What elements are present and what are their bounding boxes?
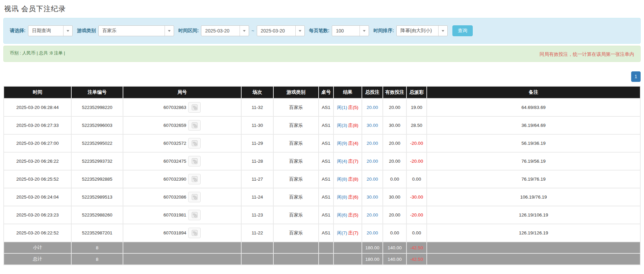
result-player: 闲(3) bbox=[337, 123, 347, 128]
result-banker: 庄(7) bbox=[348, 159, 358, 164]
time-sort-label: 时间排序: bbox=[373, 28, 394, 34]
subtotal-empty-cell-result bbox=[333, 242, 362, 253]
cell-session: 11-28 bbox=[241, 152, 273, 170]
total-count: 8 bbox=[71, 253, 123, 265]
replay-video-icon[interactable] bbox=[188, 228, 201, 238]
cell-time: 2025-03-20 06:27:00 bbox=[4, 134, 71, 152]
result-player: 闲(1) bbox=[337, 105, 347, 110]
round-id-text: 607032863 bbox=[164, 105, 187, 110]
cell-payout: -20.00 bbox=[406, 134, 427, 152]
col-round-id: 局号 bbox=[123, 86, 241, 98]
cell-total-bet[interactable]: 20.00 bbox=[362, 98, 383, 116]
subtotal-count: 8 bbox=[71, 242, 123, 253]
cell-payout: 19.00 bbox=[406, 98, 427, 116]
subtotal-empty-cell-table-no bbox=[319, 242, 333, 253]
cell-time: 2025-03-20 06:24:04 bbox=[4, 188, 71, 206]
result-banker: 庄(8) bbox=[348, 177, 358, 182]
cell-total-bet[interactable]: 20.00 bbox=[362, 224, 383, 242]
date-range-separator: ~ bbox=[251, 28, 254, 33]
cell-session: 11-32 bbox=[241, 98, 273, 116]
cell-payout: -20.00 bbox=[406, 152, 427, 170]
query-type-select[interactable]: 日期查询 bbox=[28, 25, 73, 36]
cell-total-bet[interactable]: 20.00 bbox=[362, 206, 383, 224]
table-row: 2025-03-20 06:27:00522352995022607032572… bbox=[4, 134, 640, 152]
table-row: 2025-03-20 06:22:52522352987201607031894… bbox=[4, 224, 640, 242]
cell-result: 闲(6)庄(5) bbox=[333, 206, 362, 224]
cell-total-bet[interactable]: 30.00 bbox=[362, 116, 383, 134]
cell-total-bet[interactable]: 30.00 bbox=[362, 188, 383, 206]
replay-video-icon[interactable] bbox=[188, 120, 201, 131]
cell-table-no: AS1 bbox=[319, 188, 333, 206]
col-total-bet: 总投注 bbox=[362, 86, 383, 98]
page-size-select[interactable]: 100 bbox=[332, 25, 369, 36]
cell-remark: 126.19/106.19 bbox=[427, 206, 640, 224]
round-id-text: 607032475 bbox=[164, 159, 187, 164]
game-type-select[interactable]: 百家乐 bbox=[98, 25, 174, 36]
cell-game-type: 百家乐 bbox=[273, 116, 319, 134]
chevron-down-icon[interactable] bbox=[165, 26, 174, 36]
cell-round-id: 607031981 bbox=[123, 206, 241, 224]
replay-video-icon[interactable] bbox=[188, 138, 201, 149]
col-game-type: 游戏类别 bbox=[273, 86, 319, 98]
page-size-label: 每页笔数: bbox=[309, 28, 330, 34]
table-header-row: 时间 注单编号 局号 场次 游戏类别 桌号 结果 总投注 有效投注 总派彩 备注 bbox=[4, 86, 640, 98]
cell-result: 闲(7)庄(7) bbox=[333, 224, 362, 242]
result-player: 闲(9) bbox=[337, 141, 347, 146]
cell-remark: 36.19/64.69 bbox=[427, 116, 640, 134]
round-id-text: 607032572 bbox=[164, 141, 187, 146]
page-button-1[interactable]: 1 bbox=[631, 71, 641, 82]
cell-total-bet[interactable]: 20.00 bbox=[362, 170, 383, 188]
cell-payout: 28.50 bbox=[406, 116, 427, 134]
replay-video-icon[interactable] bbox=[188, 210, 201, 220]
cell-session: 11-23 bbox=[241, 206, 273, 224]
game-type-label: 游戏类别 bbox=[77, 28, 96, 34]
cell-time: 2025-03-20 06:23:23 bbox=[4, 206, 71, 224]
round-id-text: 607032086 bbox=[164, 195, 187, 200]
cell-valid-bet: 20.00 bbox=[383, 152, 406, 170]
page-title: 视讯 会员下注纪录 bbox=[4, 4, 641, 14]
chevron-down-icon[interactable] bbox=[240, 26, 249, 36]
subtotal-valid-bet: 140.00 bbox=[383, 242, 406, 253]
date-from-value: 2025-03-20 bbox=[201, 26, 240, 36]
replay-video-icon[interactable] bbox=[188, 102, 201, 113]
total-empty-cell-round-id bbox=[123, 253, 241, 265]
cell-total-bet[interactable]: 20.00 bbox=[362, 152, 383, 170]
chevron-down-icon[interactable] bbox=[295, 26, 304, 36]
cell-bet-id: 522352988260 bbox=[71, 206, 123, 224]
subtotal-label: 小计 bbox=[4, 242, 71, 253]
replay-video-icon[interactable] bbox=[188, 192, 201, 202]
pagination: 1 bbox=[3, 71, 641, 82]
cell-result: 闲(1)庄(5) bbox=[333, 98, 362, 116]
subtotal-empty-cell-round-id bbox=[123, 242, 241, 253]
subtotal-row: 小计8180.00140.00-42.50 bbox=[4, 242, 640, 253]
cell-valid-bet: 20.00 bbox=[383, 98, 406, 116]
cell-total-bet[interactable]: 20.00 bbox=[362, 134, 383, 152]
cell-round-id: 607032659 bbox=[123, 116, 241, 134]
subtotal-total-bet: 180.00 bbox=[362, 242, 383, 253]
replay-video-icon[interactable] bbox=[188, 156, 201, 166]
date-from-select[interactable]: 2025-03-20 bbox=[201, 25, 249, 36]
date-to-select[interactable]: 2025-03-20 bbox=[257, 25, 305, 36]
total-empty-cell-session bbox=[241, 253, 273, 265]
total-row: 总计8180.00140.00-42.50 bbox=[4, 253, 640, 265]
cell-remark: 76.19/56.19 bbox=[427, 152, 640, 170]
chevron-down-icon[interactable] bbox=[360, 26, 369, 36]
table-row: 2025-03-20 06:28:44522352998220607032863… bbox=[4, 98, 640, 116]
cell-round-id: 607032475 bbox=[123, 152, 241, 170]
cell-bet-id: 522352996003 bbox=[71, 116, 123, 134]
total-label: 总计 bbox=[4, 253, 71, 265]
cell-valid-bet: 30.00 bbox=[383, 188, 406, 206]
cell-result: 闲(9)庄(4) bbox=[333, 134, 362, 152]
search-button[interactable]: 查询 bbox=[452, 25, 473, 36]
table-row: 2025-03-20 06:26:22522352993732607032475… bbox=[4, 152, 640, 170]
cell-session: 11-29 bbox=[241, 134, 273, 152]
cell-payout: -20.00 bbox=[406, 206, 427, 224]
result-player: 闲(8) bbox=[337, 177, 347, 182]
replay-video-icon[interactable] bbox=[188, 174, 201, 184]
col-time: 时间 bbox=[4, 86, 71, 98]
chevron-down-icon[interactable] bbox=[438, 26, 447, 36]
chevron-down-icon[interactable] bbox=[63, 26, 72, 36]
currency-total-text: 币别 : 人民币 | 总共 :8 注单 | bbox=[10, 46, 65, 56]
game-type-value: 百家乐 bbox=[99, 26, 165, 36]
time-sort-select[interactable]: 降幂(由大到小) bbox=[396, 25, 448, 36]
